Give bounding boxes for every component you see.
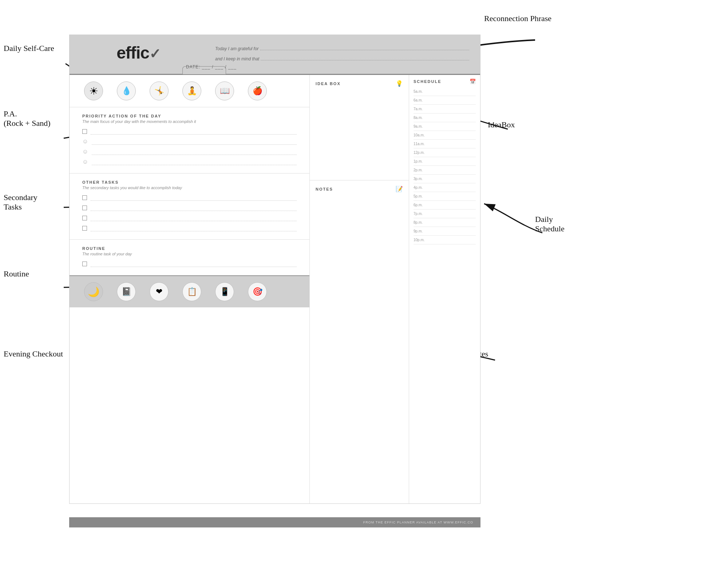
secondary-tasks-label: SecondaryTasks	[4, 193, 37, 212]
planner-card: effic ✓ DATE: ___ / ___ / ___ Today I am…	[69, 35, 480, 504]
priority-title: PRIORITY ACTION OF THE DAY	[82, 114, 297, 118]
evening-phone-icon: 📱	[215, 282, 234, 301]
routine-section: ROUTINE The routine task of your day	[70, 240, 309, 275]
evening-journal-icon: 📓	[117, 282, 136, 301]
routine-title: ROUTINE	[82, 246, 297, 251]
other-checkbox-1[interactable]	[82, 195, 87, 200]
priority-line-main	[91, 128, 297, 135]
schedule-header: SCHEDULE 📅	[414, 79, 476, 84]
smiley-icon-3: ☺	[82, 159, 88, 165]
other-task-3[interactable]	[82, 215, 297, 221]
evening-checkout-label: Evening Checkout	[4, 349, 63, 359]
reconnection-area: Today I am grateful for and I keep in mi…	[208, 41, 480, 68]
logo-area: effic ✓	[70, 43, 208, 66]
time-2pm: 2p.m.	[414, 166, 476, 175]
self-care-row: ☀ 💧 🤸 🧘 📖 🍎	[70, 75, 309, 107]
evening-heart-icon: ❤	[150, 282, 169, 301]
priority-sub-line-1	[92, 138, 297, 145]
evening-checklist-icon: 📋	[182, 282, 201, 301]
notes-header: NOTES 📝	[316, 186, 403, 192]
other-task-line-4	[91, 225, 297, 231]
time-9am: 9a.m.	[414, 122, 476, 131]
time-7pm: 7p.m.	[414, 210, 476, 218]
schedule-icon: 📅	[470, 79, 476, 84]
routine-checkbox-1[interactable]	[82, 262, 87, 266]
reading-icon: 📖	[215, 81, 234, 100]
other-task-4[interactable]	[82, 225, 297, 231]
other-checkbox-2[interactable]	[82, 206, 87, 210]
routine-task-line-1	[91, 260, 297, 267]
time-8pm: 8p.m.	[414, 218, 476, 227]
time-10am: 10a.m.	[414, 131, 476, 140]
date-label: DATE: ___ / ___ / ___	[186, 64, 237, 69]
left-panel: ☀ 💧 🤸 🧘 📖 🍎 PRIORITY ACTION OF THE DAY T…	[70, 75, 310, 503]
logo-check: ✓	[149, 46, 161, 62]
exercise-icon: 🤸	[150, 81, 169, 100]
planner-footer: FROM THE EFFIC PLANNER AVAILABLE AT WWW.…	[69, 517, 480, 527]
nutrition-icon: 🍎	[248, 81, 267, 100]
water-icon: 💧	[117, 81, 136, 100]
footer-text: FROM THE EFFIC PLANNER AVAILABLE AT WWW.…	[363, 521, 473, 524]
routine-subtitle: The routine task of your day	[82, 252, 297, 256]
priority-section: PRIORITY ACTION OF THE DAY The main focu…	[70, 107, 309, 174]
priority-sub-task-2[interactable]: ☺	[82, 148, 297, 155]
time-5am: 5a.m.	[414, 87, 476, 96]
time-5pm: 5p.m.	[414, 192, 476, 201]
other-checkbox-3[interactable]	[82, 216, 87, 220]
moon-icon: 🌙	[84, 282, 103, 301]
time-6am: 6a.m.	[414, 96, 476, 105]
daily-self-care-label: Daily Self-Care	[4, 44, 54, 53]
other-checkbox-4[interactable]	[82, 226, 87, 231]
priority-sub-task-3[interactable]: ☺	[82, 159, 297, 165]
time-12pm: 12p.m.	[414, 148, 476, 157]
time-6pm: 6p.m.	[414, 201, 476, 210]
idea-box-header: IDEA BOX 💡	[316, 80, 403, 87]
schedule-title: SCHEDULE	[414, 79, 442, 84]
daily-schedule-label: DailySchedule	[535, 215, 565, 234]
planner-header: effic ✓ DATE: ___ / ___ / ___ Today I am…	[70, 35, 480, 75]
time-11am: 11a.m.	[414, 140, 476, 148]
right-panel: IDEA BOX 💡 NOTES 📝 SCHEDULE	[310, 75, 480, 503]
time-10pm: 10p.m.	[414, 236, 476, 244]
routine-label: Routine	[4, 269, 29, 279]
other-task-line-3	[91, 215, 297, 221]
reconnection-line2: and I keep in mind that	[215, 55, 469, 63]
priority-sub-line-2	[92, 148, 297, 155]
reconnection-line1: Today I am grateful for	[215, 44, 469, 53]
priority-sub-task-1[interactable]: ☺	[82, 138, 297, 145]
idea-box-content[interactable]	[316, 90, 403, 174]
routine-task-1[interactable]	[82, 260, 297, 267]
notes-title: NOTES	[316, 187, 333, 191]
idea-icon: 💡	[396, 80, 403, 87]
reconnection-phrase-label: Reconnection Phrase	[484, 14, 551, 23]
schedule-section: SCHEDULE 📅 5a.m. 6a.m. 7a.m. 8a.m. 9a.m.…	[409, 75, 480, 503]
logo-text: effic	[116, 43, 149, 63]
priority-checkbox-main[interactable]	[82, 129, 87, 134]
priority-sub-line-3	[92, 159, 297, 165]
sun-icon: ☀	[84, 81, 103, 100]
other-tasks-section: OTHER TASKS The secondary tasks you woul…	[70, 174, 309, 240]
smiley-icon-1: ☺	[82, 138, 88, 145]
time-4pm: 4p.m.	[414, 183, 476, 192]
smiley-icon-2: ☺	[82, 148, 88, 155]
other-task-line-2	[91, 204, 297, 211]
other-task-1[interactable]	[82, 194, 297, 201]
time-1pm: 1p.m.	[414, 157, 476, 166]
schedule-times: 5a.m. 6a.m. 7a.m. 8a.m. 9a.m. 10a.m. 11a…	[414, 87, 476, 244]
other-task-2[interactable]	[82, 204, 297, 211]
time-7am: 7a.m.	[414, 105, 476, 113]
pa-label: P.A.(Rock + Sand)	[4, 109, 51, 128]
priority-subtitle: The main focus of your day with the move…	[82, 119, 297, 124]
other-tasks-subtitle: The secondary tasks you would like to ac…	[82, 186, 297, 190]
notes-section: NOTES 📝	[310, 180, 409, 503]
meditation-icon: 🧘	[182, 81, 201, 100]
center-right-panel: IDEA BOX 💡 NOTES 📝	[310, 75, 409, 503]
time-8am: 8a.m.	[414, 113, 476, 122]
priority-main-task[interactable]	[82, 128, 297, 135]
time-9pm: 9p.m.	[414, 227, 476, 236]
idea-box-title: IDEA BOX	[316, 81, 341, 86]
evening-checkout-row: 🌙 📓 ❤ 📋 📱 🎯	[70, 275, 309, 307]
notes-icon: 📝	[396, 186, 403, 192]
other-tasks-title: OTHER TASKS	[82, 180, 297, 184]
idea-box-section: IDEA BOX 💡	[310, 75, 409, 180]
